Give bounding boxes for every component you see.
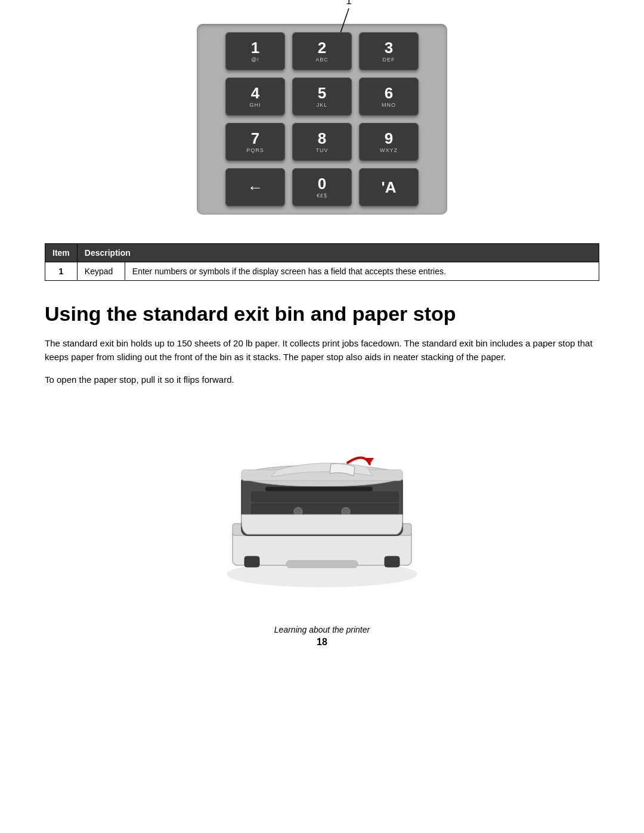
key-3-sub: GHI bbox=[249, 102, 261, 108]
callout-number-1: 1 bbox=[346, 0, 351, 7]
page: 1 1@!2ABC3DEF4GHI5JKL6MNO7PQRS8TUV9WXYZ←… bbox=[0, 0, 644, 833]
key-1-main: 2 bbox=[318, 40, 326, 55]
svg-rect-4 bbox=[286, 561, 358, 568]
printer-diagram bbox=[194, 398, 450, 595]
section-title: Using the standard exit bin and paper st… bbox=[45, 302, 599, 326]
footer: Learning about the printer 18 bbox=[45, 625, 599, 648]
key-0-main: 1 bbox=[251, 40, 259, 55]
callout-line bbox=[334, 8, 364, 35]
key-5-main: 6 bbox=[385, 85, 393, 101]
key-4-sub: JKL bbox=[317, 102, 328, 108]
keypad-grid: 1@!2ABC3DEF4GHI5JKL6MNO7PQRS8TUV9WXYZ←0€… bbox=[225, 32, 419, 206]
key-6-sub: PQRS bbox=[246, 147, 264, 153]
key-1: 2ABC bbox=[292, 32, 352, 70]
key-10: 0€£§ bbox=[292, 168, 352, 206]
table-section: Item Description 1KeypadEnter numbers or… bbox=[45, 243, 599, 281]
row-item-label: Keypad bbox=[77, 262, 125, 281]
svg-rect-12 bbox=[244, 556, 259, 567]
key-10-sub: €£§ bbox=[317, 193, 327, 199]
key-3: 4GHI bbox=[225, 78, 285, 116]
svg-marker-8 bbox=[364, 458, 374, 464]
svg-rect-11 bbox=[265, 487, 373, 491]
key-0-sub: @! bbox=[251, 57, 259, 63]
key-7: 8TUV bbox=[292, 123, 352, 161]
svg-line-0 bbox=[340, 8, 349, 35]
key-11-main: 'A bbox=[382, 179, 397, 195]
key-5-sub: MNO bbox=[382, 102, 396, 108]
row-item-description: Enter numbers or symbols if the display … bbox=[125, 262, 599, 281]
svg-rect-13 bbox=[385, 556, 400, 567]
key-7-sub: TUV bbox=[316, 147, 329, 153]
key-2-main: 3 bbox=[385, 40, 393, 55]
keypad-panel: 1@!2ABC3DEF4GHI5JKL6MNO7PQRS8TUV9WXYZ←0€… bbox=[197, 24, 447, 215]
table-row: 1KeypadEnter numbers or symbols if the d… bbox=[45, 262, 599, 281]
key-4-main: 5 bbox=[318, 85, 326, 101]
footer-page-number: 18 bbox=[317, 637, 327, 648]
key-11: 'A bbox=[359, 168, 419, 206]
key-9-main: ← bbox=[247, 179, 263, 195]
main-content: Using the standard exit bin and paper st… bbox=[45, 302, 599, 613]
key-6-main: 7 bbox=[251, 131, 259, 146]
body-paragraph-1: The standard exit bin holds up to 150 sh… bbox=[45, 336, 599, 364]
keypad-wrapper: 1 1@!2ABC3DEF4GHI5JKL6MNO7PQRS8TUV9WXYZ←… bbox=[197, 24, 447, 227]
key-0: 1@! bbox=[225, 32, 285, 70]
key-8: 9WXYZ bbox=[359, 123, 419, 161]
col-header-item: Item bbox=[45, 244, 78, 262]
key-4: 5JKL bbox=[292, 78, 352, 116]
footer-label: Learning about the printer bbox=[274, 625, 370, 634]
keypad-section: 1 1@!2ABC3DEF4GHI5JKL6MNO7PQRS8TUV9WXYZ←… bbox=[45, 24, 599, 227]
col-header-description: Description bbox=[77, 244, 599, 262]
key-3-main: 4 bbox=[251, 85, 259, 101]
body-paragraph-2: To open the paper stop, pull it so it fl… bbox=[45, 373, 599, 386]
key-7-main: 8 bbox=[318, 131, 326, 146]
key-6: 7PQRS bbox=[225, 123, 285, 161]
key-1-sub: ABC bbox=[315, 57, 329, 63]
key-10-main: 0 bbox=[318, 176, 326, 191]
keypad-table: Item Description 1KeypadEnter numbers or… bbox=[45, 243, 599, 281]
key-8-sub: WXYZ bbox=[380, 147, 398, 153]
printer-section bbox=[45, 398, 599, 595]
key-5: 6MNO bbox=[359, 78, 419, 116]
key-9: ← bbox=[225, 168, 285, 206]
key-2: 3DEF bbox=[359, 32, 419, 70]
key-8-main: 9 bbox=[385, 131, 393, 146]
row-item-number: 1 bbox=[45, 262, 78, 281]
key-2-sub: DEF bbox=[383, 57, 395, 63]
